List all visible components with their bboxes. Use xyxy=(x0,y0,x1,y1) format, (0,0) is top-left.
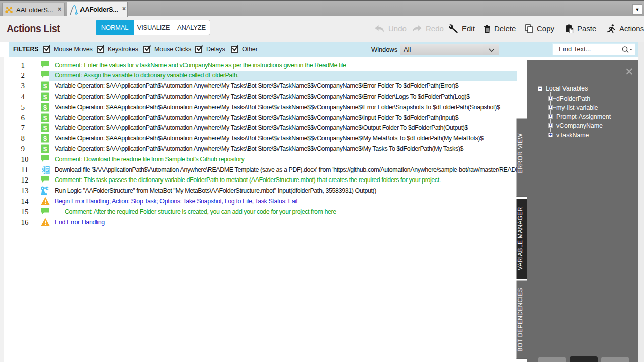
svg-text:$: $ xyxy=(43,124,47,132)
svg-text:$: $ xyxy=(43,82,47,90)
svg-text:$: $ xyxy=(43,145,47,153)
svg-text:$: $ xyxy=(43,93,47,101)
svg-text:$: $ xyxy=(43,135,47,142)
svg-text:$: $ xyxy=(43,104,47,111)
svg-text:$: $ xyxy=(43,114,47,121)
